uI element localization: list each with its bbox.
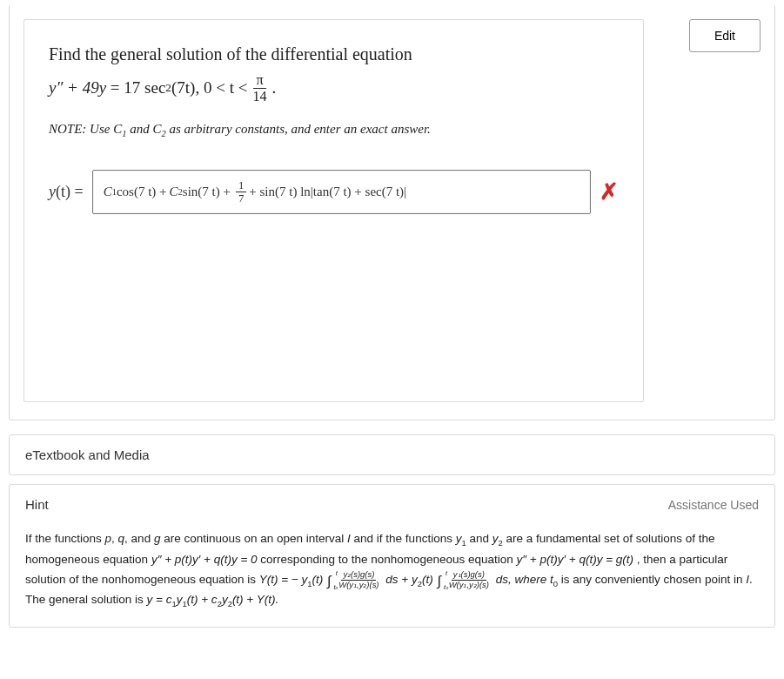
question-card: Edit Find the general solution of the di… <box>9 5 775 420</box>
hint-section: Hint Assistance Used If the functions p,… <box>9 484 775 628</box>
integral-icon: t∫t₀ <box>327 574 331 588</box>
question-body: Find the general solution of the differe… <box>23 19 644 402</box>
etextbook-label: eTextbook and Media <box>25 447 150 462</box>
hint-body: If the functions p, q, and g are continu… <box>10 524 774 627</box>
incorrect-mark-icon: ✗ <box>600 178 619 205</box>
hint-title: Hint <box>25 497 49 512</box>
answer-row: y(t) = C1 cos(7 t) + C2 sin(7 t) + 17 + … <box>49 170 619 214</box>
differential-equation: y″ + 49y = 17 sec2(7t) , 0 < t < π14 . <box>49 72 619 104</box>
answer-input[interactable]: C1 cos(7 t) + C2 sin(7 t) + 17 + sin(7 t… <box>92 170 591 214</box>
answer-lhs: y(t) = <box>49 183 84 201</box>
assistance-used-label: Assistance Used <box>668 498 759 512</box>
integral-icon: t∫t₀ <box>437 574 440 588</box>
question-prompt: Find the general solution of the differe… <box>49 41 619 67</box>
edit-button[interactable]: Edit <box>689 19 761 52</box>
question-note: NOTE: Use C1 and C2 as arbitrary constan… <box>49 122 619 138</box>
etextbook-section[interactable]: eTextbook and Media <box>9 434 775 475</box>
hint-header[interactable]: Hint Assistance Used <box>10 485 774 524</box>
